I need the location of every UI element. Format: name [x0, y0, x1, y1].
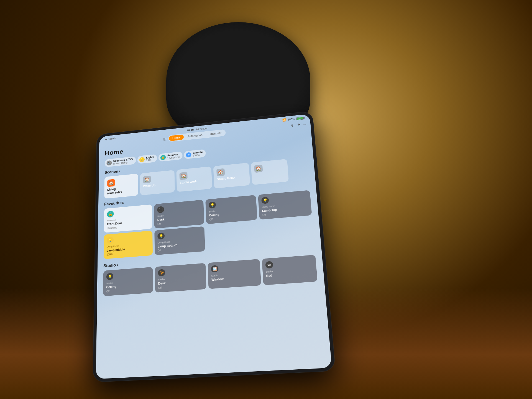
- climate-icon: ❄: [186, 152, 191, 158]
- speakers-icon: 🔊: [106, 160, 112, 165]
- fav-studio-ceiling[interactable]: 💡 Studio Ceiling Off: [205, 195, 257, 224]
- scenes-label: Scenes: [104, 169, 118, 175]
- studio-window-icon: 🪟: [211, 265, 219, 273]
- studio-desk-card[interactable]: 🔆 Studio Desk Off: [155, 263, 206, 292]
- battery-icon: [296, 116, 304, 120]
- fav-living-room-lamp-bottom[interactable]: 💡 Living Room Lamp Bottom Off: [154, 226, 205, 255]
- scene-icon-5: 🏠: [254, 165, 263, 173]
- more-icon[interactable]: ···: [303, 122, 306, 126]
- fav-living-room-lamp-middle[interactable]: 💡 Living Room Lamp middle 100%: [104, 231, 153, 259]
- scene-icon-studio-work: 🏠: [179, 172, 187, 180]
- tab-home[interactable]: Home: [169, 134, 184, 141]
- studio-window-card[interactable]: 🪟 Studio Window: [208, 259, 261, 289]
- ipad-screen: ◀ Search 18:19 Fri 20 Dec 📶 100%: [96, 114, 332, 379]
- main-content: Home 🔊 Speakers & TVs None Playing 💡 Li: [97, 128, 324, 296]
- grid-view-icon[interactable]: ⊞: [163, 137, 167, 141]
- back-arrow: ◀: [105, 138, 107, 140]
- lamp-bottom-icon: 💡: [157, 232, 165, 240]
- add-icon[interactable]: +: [297, 122, 300, 127]
- scene-icon-wake-up: 🏠: [143, 176, 151, 184]
- studio-bed-card[interactable]: 🛏 Studio Bed: [262, 255, 318, 285]
- tab-discover[interactable]: Discover: [206, 130, 225, 137]
- chip-climate-text: Climate 13 On: [193, 150, 203, 157]
- scene-living-room-relax[interactable]: 🏠 Livingroom relax: [104, 174, 138, 199]
- lamp-top-icon: 💡: [261, 197, 269, 204]
- lamp-middle-icon: 💡: [107, 237, 114, 244]
- fav-living-room-lamp-top[interactable]: 💡 Living Room Lamp Top Off: [258, 190, 312, 219]
- fav-studio-desk[interactable]: ⬛ Studio Desk Off: [154, 200, 204, 228]
- status-time: 18:19: [187, 129, 194, 132]
- search-label[interactable]: Search: [108, 137, 116, 140]
- lights-icon: 💡: [139, 157, 145, 162]
- chip-climate[interactable]: ❄ Climate 13 On: [184, 149, 206, 159]
- ipad-device: ◀ Search 18:19 Fri 20 Dec 📶 100%: [93, 111, 336, 382]
- scene-5[interactable]: 🏠: [251, 159, 289, 185]
- studio-ceiling-icon: 💡: [209, 201, 216, 209]
- chip-security[interactable]: 🔒 Security 1 Unlocked: [158, 152, 183, 162]
- ipad-bezel: ◀ Search 18:19 Fri 20 Dec 📶 100%: [93, 111, 336, 382]
- studio-bed-icon: 🛏: [265, 261, 273, 269]
- chip-lights-text: Lights 2 On: [146, 155, 154, 162]
- scene-icon-living-room-relax: 🏠: [107, 179, 115, 187]
- scene-studio-relax[interactable]: 🏠 Studio Relax: [213, 163, 250, 188]
- studio-chevron[interactable]: ›: [117, 263, 118, 267]
- wifi-icon: 📶: [282, 118, 286, 122]
- status-center-group: 18:19 Fri 20 Dec: [187, 127, 208, 132]
- scene-wake-up[interactable]: 🏠 Wake Up: [140, 170, 175, 196]
- nav-actions: 🎙 + ···: [291, 122, 307, 128]
- scene-studio-work[interactable]: 🏠 Studio work: [176, 167, 212, 192]
- battery-label: 100%: [288, 117, 295, 121]
- front-door-icon: 🔓: [107, 211, 114, 218]
- chip-speakers[interactable]: 🔊 Speakers & TVs None Playing: [105, 156, 136, 167]
- security-icon: 🔒: [160, 155, 166, 160]
- studio-label: Studio: [103, 263, 116, 268]
- waveform-icon[interactable]: 🎙: [291, 123, 295, 127]
- studio-ceiling-card[interactable]: 💡 Studio Ceiling Off: [103, 267, 153, 296]
- chip-speakers-text: Speakers & TVs None Playing: [113, 158, 133, 165]
- scenes-chevron[interactable]: ›: [119, 169, 120, 173]
- studio-ceiling-2-icon: 💡: [106, 273, 114, 280]
- scene-icon-studio-relax: 🏠: [216, 168, 225, 177]
- studio-desk-2-icon: 🔆: [158, 269, 165, 277]
- status-left: ◀ Search: [105, 137, 116, 141]
- studio-desk-icon: ⬛: [157, 206, 164, 213]
- fav-entrance-front-door[interactable]: 🔓 Entrance Front Door Unlocked: [104, 204, 152, 233]
- favourites-label: Favourites: [104, 201, 124, 206]
- chip-lights[interactable]: 💡 Lights 2 On: [137, 154, 157, 164]
- status-date: Fri 20 Dec: [196, 127, 208, 131]
- chip-security-text: Security 1 Unlocked: [167, 153, 180, 160]
- tab-automation[interactable]: Automation: [184, 132, 206, 139]
